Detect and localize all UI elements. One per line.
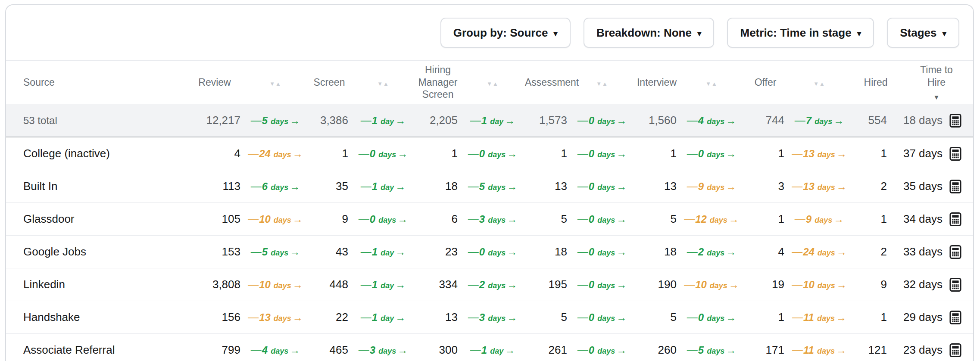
arrow-right-icon: → <box>616 115 627 126</box>
column-header-assessment[interactable]: Assessment <box>525 61 570 104</box>
calculator-icon[interactable] <box>949 311 962 324</box>
sort-descending-icon[interactable]: ▼ <box>377 81 383 87</box>
column-sort-hiring-manager-screen[interactable]: ▼▲ <box>460 61 525 104</box>
stage-transition-cell: —3days→ <box>460 301 525 334</box>
stage-transition-cell: —0days→ <box>570 334 634 361</box>
stage-count: 1 <box>744 203 787 236</box>
column-sort-offer[interactable]: ▼▲ <box>787 61 852 104</box>
time-to-hire-cell: 33 days <box>900 236 973 268</box>
arrow-right-icon: → <box>293 213 303 225</box>
hired-count: 2 <box>852 170 900 203</box>
arrow-right-icon: → <box>505 344 515 356</box>
sort-descending-icon[interactable]: ▼ <box>487 81 493 87</box>
calculator-icon[interactable] <box>949 343 962 357</box>
sort-descending-active-icon[interactable]: ▼ <box>900 93 973 101</box>
column-header-hired[interactable]: Hired <box>852 61 900 104</box>
sort-ascending-icon[interactable]: ▲ <box>493 81 499 87</box>
sort-descending-icon[interactable]: ▼ <box>813 81 819 87</box>
column-header-label: Hiring Manager Screen <box>415 64 460 101</box>
arrow-right-icon: → <box>507 279 517 290</box>
breakdown-label: Breakdown: None <box>596 26 692 40</box>
transition-unit: days <box>378 216 396 224</box>
arrow-right-icon: → <box>833 115 844 126</box>
dash-glyph: — <box>248 311 259 323</box>
chevron-down-icon: ▾ <box>942 29 946 37</box>
column-header-review[interactable]: Review <box>186 61 243 104</box>
transition-unit: day <box>381 249 394 257</box>
dash-glyph: — <box>361 114 371 126</box>
stage-count: 9 <box>308 203 351 236</box>
arrow-right-icon: → <box>395 246 406 258</box>
transition-unit: days <box>707 249 724 257</box>
calculator-icon[interactable] <box>949 212 962 226</box>
transition-days: 11 <box>803 344 814 356</box>
transition-unit: days <box>597 183 615 192</box>
transition-value: —6days→ <box>251 184 300 191</box>
transition-value: —2days→ <box>468 282 517 289</box>
source-name: Google Jobs <box>6 236 186 268</box>
transition-value: —13days→ <box>248 315 303 322</box>
group-by-label: Group by: Source <box>453 26 548 40</box>
sort-descending-icon[interactable]: ▼ <box>269 81 275 87</box>
transition-value: —5days→ <box>468 184 517 191</box>
arrow-right-icon: → <box>726 180 736 192</box>
arrow-right-icon: → <box>836 180 847 192</box>
column-header-interview[interactable]: Interview <box>634 61 679 104</box>
source-name: Glassdoor <box>6 203 186 236</box>
chevron-down-icon: ▾ <box>857 29 861 37</box>
stage-count: 35 <box>308 170 351 203</box>
calculator-icon[interactable] <box>949 245 962 259</box>
arrow-right-icon: → <box>290 115 300 126</box>
calculator-icon[interactable] <box>949 147 962 161</box>
column-header-screen[interactable]: Screen <box>308 61 351 104</box>
dash-glyph: — <box>792 311 803 323</box>
column-sort-assessment[interactable]: ▼▲ <box>570 61 634 104</box>
transition-value: —1day→ <box>470 348 515 355</box>
transition-unit: days <box>707 150 724 159</box>
stages-button[interactable]: Stages ▾ <box>887 18 959 48</box>
calculator-icon[interactable] <box>949 114 962 128</box>
transition-days: 1 <box>372 115 378 126</box>
stage-count: 6 <box>415 203 460 236</box>
dash-glyph: — <box>687 344 698 356</box>
column-sort-review[interactable]: ▼▲ <box>243 61 308 104</box>
sort-ascending-icon[interactable]: ▲ <box>602 81 608 87</box>
transition-unit: days <box>597 117 615 126</box>
transition-days: 11 <box>803 311 814 323</box>
column-header-hiring-manager-screen[interactable]: Hiring Manager Screen <box>415 61 460 104</box>
metric-button[interactable]: Metric: Time in stage ▾ <box>727 18 874 48</box>
time-to-hire-value: 18 days <box>900 114 962 128</box>
dash-glyph: — <box>792 246 802 258</box>
time-to-hire-value: 23 days <box>900 343 962 357</box>
group-by-button[interactable]: Group by: Source ▾ <box>440 18 571 48</box>
sort-descending-icon[interactable]: ▼ <box>596 81 602 87</box>
stage-transition-cell: —3days→ <box>351 334 415 361</box>
stage-count: 12,217 <box>186 104 243 137</box>
transition-days: 1 <box>372 279 378 290</box>
sort-ascending-icon[interactable]: ▲ <box>383 81 389 87</box>
column-header-time-to-hire[interactable]: Time to Hire▼ <box>900 61 973 104</box>
dash-glyph: — <box>577 246 588 258</box>
breakdown-button[interactable]: Breakdown: None ▾ <box>584 18 715 48</box>
calculator-icon[interactable] <box>949 180 962 193</box>
stage-count: 448 <box>308 268 351 301</box>
column-header-label: Offer <box>744 76 787 89</box>
calculator-icon[interactable] <box>949 278 962 292</box>
column-header-offer[interactable]: Offer <box>744 61 787 104</box>
arrow-right-icon: → <box>616 344 627 356</box>
column-sort-screen[interactable]: ▼▲ <box>351 61 415 104</box>
column-sort-interview[interactable]: ▼▲ <box>679 61 744 104</box>
sort-ascending-icon[interactable]: ▲ <box>819 81 825 87</box>
sort-descending-icon[interactable]: ▼ <box>705 81 712 87</box>
transition-days: 12 <box>695 213 707 225</box>
transition-days: 0 <box>370 213 375 225</box>
stage-count: 5 <box>525 203 570 236</box>
sort-ascending-icon[interactable]: ▲ <box>712 81 718 87</box>
dash-glyph: — <box>792 278 802 290</box>
time-to-hire-value: 34 days <box>900 212 962 226</box>
transition-unit: days <box>707 314 724 323</box>
time-to-hire-text: 32 days <box>903 278 943 291</box>
hired-count: 121 <box>852 334 900 361</box>
transition-value: —10days→ <box>792 282 847 289</box>
sort-ascending-icon[interactable]: ▲ <box>275 81 281 87</box>
